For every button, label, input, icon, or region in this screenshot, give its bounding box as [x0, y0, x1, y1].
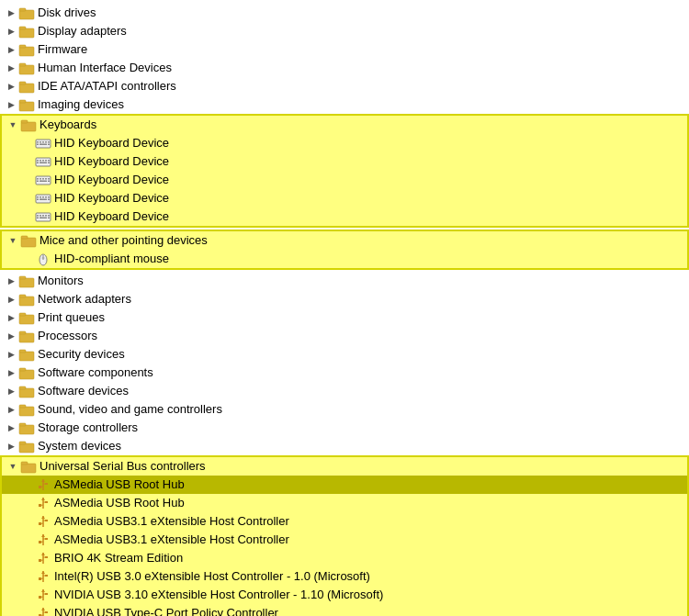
folder-icon: [18, 329, 35, 343]
svg-rect-16: [40, 141, 41, 143]
tree-item-usb-6[interactable]: Intel(R) USB 3.0 eXtensible Host Control…: [2, 567, 687, 586]
svg-rect-46: [40, 196, 41, 198]
tree-item-imaging-devices[interactable]: ▶ Imaging devices: [0, 95, 689, 114]
tree-item-human-interface-devices[interactable]: ▶ Human Interface Devices: [0, 59, 689, 77]
tree-item-keyboard-4[interactable]: HID Keyboard Device: [2, 189, 687, 207]
svg-rect-17: [42, 141, 44, 143]
tree-item-keyboard-5[interactable]: HID Keyboard Device: [2, 207, 687, 226]
tree-item-disk-drives[interactable]: ▶ Disk drives: [0, 4, 689, 22]
tree-item-usb-2[interactable]: ASMedia USB Root Hub: [2, 494, 687, 512]
tree-item-usb-8[interactable]: NVIDIA USB Type-C Port Policy Controller: [2, 604, 687, 616]
tree-item-label: Keyboards: [40, 116, 96, 134]
tree-expander[interactable]: ▶: [4, 384, 18, 398]
svg-rect-80: [19, 368, 26, 371]
svg-point-68: [42, 257, 45, 259]
tree-expander: [20, 191, 35, 206]
tree-expander: [20, 532, 35, 547]
tree-item-firmware[interactable]: ▶ Firmware: [0, 40, 689, 59]
usb-device-icon: [35, 532, 51, 547]
svg-rect-78: [19, 350, 26, 353]
tree-expander[interactable]: ▶: [4, 24, 18, 39]
tree-item-processors[interactable]: ▶ Processors: [0, 327, 689, 345]
svg-rect-4: [19, 47, 34, 56]
tree-item-security-devices[interactable]: ▶ Security devices: [0, 345, 689, 364]
tree-item-label: IDE ATA/ATAPI controllers: [38, 77, 176, 95]
tree-item-usb-4[interactable]: ASMedia USB3.1 eXtensible Host Controlle…: [2, 531, 687, 549]
svg-rect-38: [45, 178, 47, 180]
svg-line-102: [40, 505, 44, 506]
svg-rect-11: [19, 100, 26, 103]
tree-expander[interactable]: ▶: [4, 61, 18, 75]
svg-line-114: [40, 542, 44, 543]
tree-item-network-adapters[interactable]: ▶ Network adapters: [0, 290, 689, 308]
tree-item-usb-7[interactable]: NVIDIA USB 3.10 eXtensible Host Controll…: [2, 586, 687, 604]
usb-device-icon: [35, 588, 51, 602]
tree-expander: [20, 252, 35, 266]
tree-expander[interactable]: ▶: [4, 42, 18, 57]
tree-item-software-components[interactable]: ▶ Software components: [0, 364, 689, 382]
tree-item-label: ASMedia USB3.1 eXtensible Host Controlle…: [54, 512, 289, 531]
tree-item-keyboard-1[interactable]: HID Keyboard Device: [2, 134, 687, 152]
tree-expander[interactable]: ▶: [4, 439, 18, 454]
svg-rect-0: [19, 10, 34, 19]
svg-marker-104: [41, 516, 45, 519]
tree-expander[interactable]: ▼: [6, 233, 20, 248]
highlight-group-keyboards: ▼ Keyboards HID Keyboard Device: [0, 114, 689, 228]
svg-rect-1: [19, 8, 26, 11]
svg-rect-52: [40, 199, 47, 201]
tree-item-usb-controllers[interactable]: ▼ Universal Serial Bus controllers: [2, 457, 687, 476]
tree-item-usb-5[interactable]: BRIO 4K Stream Edition: [2, 549, 687, 567]
tree-item-keyboards[interactable]: ▼ Keyboards: [2, 116, 687, 134]
svg-rect-2: [19, 28, 34, 38]
tree-expander[interactable]: ▶: [4, 365, 18, 380]
tree-expander: [20, 551, 35, 566]
keyboard-device-icon: [35, 191, 51, 206]
tree-item-usb-1[interactable]: ASMedia USB Root Hub: [2, 476, 687, 494]
svg-rect-8: [19, 84, 34, 93]
tree-expander[interactable]: ▶: [4, 310, 18, 325]
tree-expander[interactable]: ▶: [4, 329, 18, 343]
svg-rect-71: [19, 297, 34, 306]
svg-rect-89: [21, 464, 36, 473]
tree-item-label: HID Keyboard Device: [54, 171, 169, 189]
tree-item-label: Intel(R) USB 3.0 eXtensible Host Control…: [54, 567, 370, 586]
svg-rect-37: [42, 178, 44, 180]
folder-open-icon: [20, 118, 37, 132]
tree-expander: [20, 173, 35, 187]
tree-item-monitors[interactable]: ▶ Monitors: [0, 272, 689, 290]
tree-expander[interactable]: ▶: [4, 420, 18, 435]
svg-marker-92: [41, 479, 45, 482]
keyboard-device-icon: [35, 136, 51, 151]
tree-item-keyboard-2[interactable]: HID Keyboard Device: [2, 152, 687, 171]
tree-item-ide-ata-controllers[interactable]: ▶ IDE ATA/ATAPI controllers: [0, 77, 689, 95]
tree-item-display-adapters[interactable]: ▶ Display adapters: [0, 22, 689, 40]
tree-item-storage-controllers[interactable]: ▶ Storage controllers: [0, 419, 689, 437]
usb-device-icon: [35, 606, 51, 616]
svg-rect-74: [19, 313, 26, 316]
tree-item-hid-mouse[interactable]: HID-compliant mouse: [2, 250, 687, 268]
tree-item-label: Sound, video and game controllers: [38, 400, 222, 419]
tree-item-usb-3[interactable]: ASMedia USB3.1 eXtensible Host Controlle…: [2, 512, 687, 531]
tree-item-label: HID Keyboard Device: [54, 189, 169, 207]
tree-expander[interactable]: ▶: [4, 402, 18, 417]
tree-expander[interactable]: ▼: [6, 118, 20, 132]
tree-expander[interactable]: ▶: [4, 274, 18, 288]
tree-item-system-devices[interactable]: ▶ System devices: [0, 437, 689, 455]
tree-item-mice[interactable]: ▼ Mice and other pointing devices: [2, 231, 687, 250]
tree-expander[interactable]: ▶: [4, 292, 18, 307]
tree-expander: [20, 569, 35, 584]
svg-rect-9: [19, 82, 26, 84]
svg-marker-122: [41, 571, 45, 574]
tree-expander[interactable]: ▶: [4, 97, 18, 112]
tree-item-sound-video[interactable]: ▶ Sound, video and game controllers: [0, 400, 689, 419]
tree-expander[interactable]: ▶: [4, 79, 18, 94]
tree-expander[interactable]: ▼: [6, 459, 20, 474]
tree-expander[interactable]: ▶: [4, 347, 18, 362]
device-manager-tree[interactable]: ▶ Disk drives▶ Display adapters▶ Firmwar…: [0, 0, 689, 616]
svg-rect-29: [48, 160, 50, 162]
keyboard-device-icon: [35, 154, 51, 169]
tree-expander[interactable]: ▶: [4, 6, 18, 20]
tree-item-keyboard-3[interactable]: HID Keyboard Device: [2, 171, 687, 189]
tree-item-print-queues[interactable]: ▶ Print queues: [0, 308, 689, 327]
tree-item-software-devices[interactable]: ▶ Software devices: [0, 382, 689, 400]
